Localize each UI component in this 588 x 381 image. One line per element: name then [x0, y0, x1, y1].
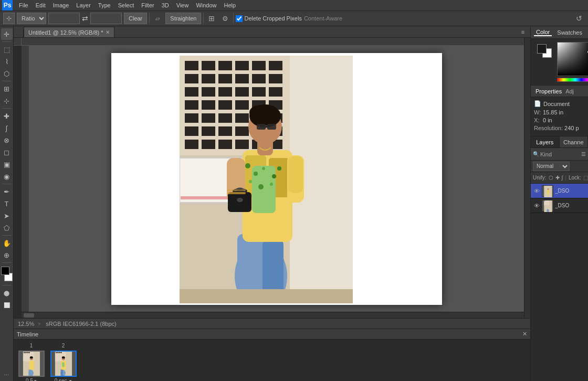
layer-2-visibility[interactable]: 👁: [533, 202, 540, 209]
menu-layer[interactable]: Layer: [73, 0, 94, 10]
move-tool[interactable]: ✛: [1, 28, 13, 40]
width-input[interactable]: [48, 13, 80, 24]
settings-icon[interactable]: ⚙: [219, 13, 231, 24]
document-tab[interactable]: Untitled1 @ 12.5% (RGB/8) * ✕: [24, 27, 114, 37]
fg-color-swatch[interactable]: [537, 44, 547, 54]
menu-window[interactable]: Window: [193, 0, 219, 10]
svg-rect-28: [218, 113, 232, 123]
more-tools-btn[interactable]: …: [1, 367, 13, 379]
panel-minimize-btn[interactable]: ≡: [518, 27, 528, 37]
crop-tool-icon[interactable]: ⊹: [3, 13, 15, 24]
hue-slider[interactable]: [557, 78, 588, 82]
menu-filter[interactable]: Filter: [138, 0, 157, 10]
frame-2-duration[interactable]: 0 sec. ▾: [55, 378, 72, 381]
layer-item-2[interactable]: 👁 _DSO: [531, 198, 588, 213]
adjustments-tab[interactable]: Adj: [565, 88, 574, 94]
swap-icon[interactable]: ⇄: [82, 14, 88, 23]
frame-1-duration[interactable]: 0.5 ▾: [26, 378, 37, 381]
svg-rect-94: [57, 352, 59, 353]
zoom-status: 12.5%: [18, 321, 34, 327]
frame-1-thumb[interactable]: [18, 351, 45, 377]
fg-bg-colors[interactable]: [537, 44, 552, 58]
eraser-tool[interactable]: ◻: [1, 146, 13, 158]
svg-rect-100: [62, 362, 64, 367]
zoom-tool[interactable]: ⊕: [1, 249, 13, 261]
filter-icon: ☰: [581, 151, 586, 157]
svg-rect-85: [28, 352, 30, 353]
properties-content: 📄 Document W: 15.85 in X: 0 in Resolutio…: [531, 97, 588, 136]
text-tool[interactable]: T: [1, 198, 13, 209]
frame-2-thumb[interactable]: [50, 351, 77, 377]
scrollbar-vertical[interactable]: [524, 38, 530, 318]
svg-point-57: [254, 172, 258, 176]
menu-edit[interactable]: Edit: [33, 0, 49, 10]
clone-tool[interactable]: ⊗: [1, 134, 13, 146]
marquee-tool[interactable]: ⬚: [1, 44, 13, 55]
screen-mode-tool[interactable]: ⬜: [1, 299, 13, 311]
gradient-tool[interactable]: ▣: [1, 158, 13, 170]
svg-rect-35: [235, 126, 249, 136]
svg-point-60: [249, 180, 252, 183]
menu-3d[interactable]: 3D: [159, 0, 172, 10]
layer-1-visibility[interactable]: 👁: [533, 187, 540, 195]
straighten-button[interactable]: Straighten: [165, 13, 201, 24]
scrollbar-horizontal[interactable]: [22, 312, 524, 318]
layers-mode-row: Normal: [531, 161, 588, 172]
straighten-icon: ▱: [152, 13, 163, 24]
quick-select-tool[interactable]: ⬡: [1, 68, 13, 79]
dodge-tool[interactable]: ◉: [1, 171, 13, 182]
properties-panel: Properties Adj 📄 Document W: 15.85 in X:…: [531, 86, 588, 136]
undo-icon[interactable]: ↺: [573, 13, 585, 24]
lock-icon1[interactable]: ⬚: [583, 175, 588, 181]
lasso-tool[interactable]: ⌇: [1, 56, 13, 67]
svg-rect-104: [547, 190, 549, 194]
menu-file[interactable]: File: [16, 0, 32, 10]
frame-1-num: 1: [30, 343, 33, 348]
menu-image[interactable]: Image: [50, 0, 72, 10]
timeline-frame-2[interactable]: 2: [49, 343, 78, 381]
foreground-color[interactable]: [1, 267, 9, 275]
timeline-title: Timeline: [17, 331, 38, 337]
timeline-frame-1[interactable]: 1: [17, 343, 46, 381]
color-swatches[interactable]: [1, 267, 13, 281]
svg-rect-67: [228, 192, 251, 212]
path-select-tool[interactable]: ➤: [1, 210, 13, 221]
svg-rect-16: [218, 87, 232, 97]
unify-icon3[interactable]: ∫: [562, 175, 563, 181]
shape-tool[interactable]: ⬠: [1, 222, 13, 234]
menu-help[interactable]: Help: [221, 0, 239, 10]
canvas-work-area[interactable]: [29, 46, 524, 312]
layer-item-1[interactable]: 👁 _DSO: [531, 184, 588, 198]
delete-cropped-label[interactable]: Delete Cropped Pixels: [236, 15, 301, 22]
tab-close-btn[interactable]: ✕: [106, 29, 110, 35]
quick-mask-tool[interactable]: ⬤: [1, 287, 13, 299]
hand-tool[interactable]: ✋: [1, 237, 13, 249]
eyedropper-tool[interactable]: ⊹: [1, 95, 13, 107]
color-tab[interactable]: Color: [534, 29, 552, 36]
layers-search-bar: 🔍 Kind ☰: [531, 148, 588, 161]
color-spectrum-area[interactable]: [557, 42, 588, 82]
x-prop: X: 0 in: [534, 117, 585, 123]
height-input[interactable]: [90, 13, 122, 24]
layers-tab[interactable]: Layers: [531, 136, 560, 147]
grid-icon[interactable]: ⊞: [206, 13, 217, 24]
brush-tool[interactable]: ∫: [1, 122, 13, 134]
swatches-tab[interactable]: Swatches: [555, 29, 584, 36]
clear-button[interactable]: Clear: [124, 13, 147, 24]
channels-tab[interactable]: Channe: [560, 136, 589, 147]
menu-view[interactable]: View: [173, 0, 192, 10]
timeline-collapse-btn[interactable]: ✕: [522, 331, 527, 337]
unify-icon2[interactable]: ✚: [555, 175, 560, 181]
healing-tool[interactable]: ✚: [1, 110, 13, 122]
svg-rect-75: [267, 124, 276, 130]
ratio-select[interactable]: Ratio: [17, 13, 46, 24]
color-gradient-picker[interactable]: [557, 42, 588, 76]
unify-icon1[interactable]: ⬡: [549, 175, 553, 181]
properties-tab[interactable]: Properties: [534, 88, 563, 94]
menu-select[interactable]: Select: [115, 0, 138, 10]
delete-cropped-checkbox[interactable]: [236, 15, 243, 22]
pen-tool[interactable]: ✒: [1, 186, 13, 197]
crop-tool[interactable]: ⊞: [1, 83, 13, 94]
blend-mode-select[interactable]: Normal: [533, 162, 570, 171]
menu-type[interactable]: Type: [95, 0, 114, 10]
